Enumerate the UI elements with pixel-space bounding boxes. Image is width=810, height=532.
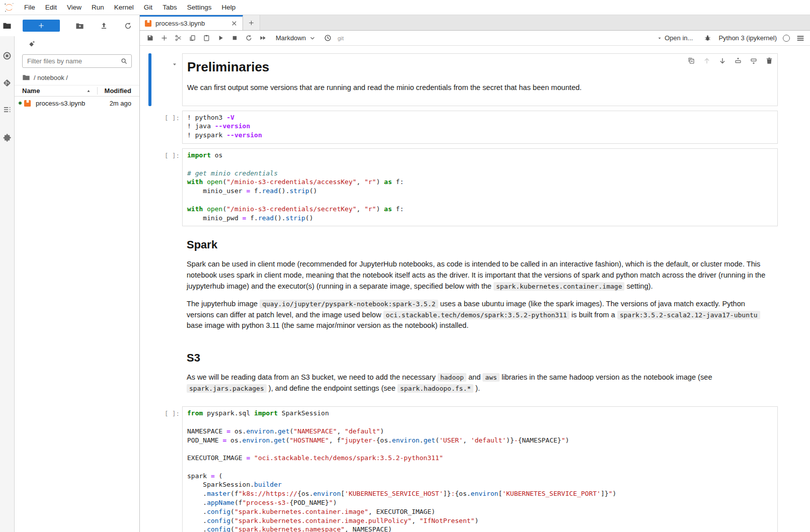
kernel-name[interactable]: Python 3 (ipykernel) xyxy=(718,34,777,42)
sidebar-icon-strip xyxy=(0,15,15,532)
stop-kernel-button[interactable] xyxy=(227,32,241,44)
code-line: .appName(f"process-s3-{POD_NAME}") xyxy=(187,499,775,508)
file-filter-input[interactable] xyxy=(22,54,132,68)
cell-content: PreliminariesWe can first output some ve… xyxy=(182,53,778,106)
cell-content: import os # get minio credentialswith op… xyxy=(182,148,778,226)
menu-settings[interactable]: Settings xyxy=(182,4,217,11)
upload-icon[interactable] xyxy=(100,22,108,30)
open-in-dropdown[interactable]: Open in... xyxy=(657,34,693,42)
save-button[interactable] xyxy=(143,32,157,44)
sidebar-tab-extensions[interactable] xyxy=(0,127,15,148)
copy-cell-button[interactable] xyxy=(185,32,199,44)
file-name: process-s3.ipynb xyxy=(36,100,97,107)
breadcrumb[interactable]: / notebook / xyxy=(22,73,132,81)
tab-bar: process-s3.ipynb xyxy=(140,15,810,31)
code-line: ! python3 -V xyxy=(187,114,775,123)
cell-toolbar xyxy=(686,56,774,66)
sidebar-tab-running-sessions[interactable] xyxy=(0,45,15,66)
move-cell-up-icon[interactable] xyxy=(703,57,711,65)
cell-collapser-icon[interactable] xyxy=(172,61,178,67)
kernel-status-icon xyxy=(783,35,790,42)
markdown-cell[interactable]: S3As we will be reading data from an S3 … xyxy=(148,344,778,402)
file-row[interactable]: process-s3.ipynb2m ago xyxy=(15,97,139,110)
code-editor[interactable]: ! python3 -V! java --version! pyspark --… xyxy=(182,111,778,144)
code-cell[interactable]: [ ]:import os # get minio credentialswit… xyxy=(148,148,778,226)
cell-gutter xyxy=(151,231,182,339)
markdown-cell[interactable]: SparkSpark can be used in client mode (r… xyxy=(148,231,778,339)
code-line: SparkSession.builder xyxy=(187,481,775,490)
column-header-modified[interactable]: Modified xyxy=(97,87,139,95)
insert-cell-below-icon[interactable] xyxy=(750,57,758,65)
cell-content: SparkSpark can be used in client mode (r… xyxy=(182,231,778,339)
file-modified: 2m ago xyxy=(97,100,139,107)
run-all-button[interactable] xyxy=(256,32,270,44)
code-line: ! java --version xyxy=(187,122,775,131)
history-icon[interactable] xyxy=(321,32,335,44)
menu-run[interactable]: Run xyxy=(87,4,109,11)
main-split: / notebook / Name Modified process-s3.ip… xyxy=(0,15,810,532)
markdown-rendered: PreliminariesWe can first output some ve… xyxy=(182,53,778,106)
copy-cell-icon xyxy=(189,34,196,42)
refresh-icon[interactable] xyxy=(124,22,132,30)
delete-cell-icon[interactable] xyxy=(765,57,773,65)
notebook-scroll-area[interactable]: PreliminariesWe can first output some ve… xyxy=(140,46,810,532)
files-icon xyxy=(3,21,12,30)
code-line: minio_pwd = f.read().strip() xyxy=(187,214,775,223)
new-tab-button[interactable] xyxy=(243,15,260,30)
md-paragraph: The jupyterhub image quay.io/jupyter/pys… xyxy=(187,299,770,331)
insert-cell-button[interactable] xyxy=(157,32,171,44)
run-cell-button[interactable] xyxy=(213,32,227,44)
menu-edit[interactable]: Edit xyxy=(40,4,62,11)
cell-type-dropdown[interactable]: Markdown xyxy=(276,34,315,42)
menu-tabs[interactable]: Tabs xyxy=(157,4,182,11)
move-cell-down-icon[interactable] xyxy=(718,57,726,65)
code-cell[interactable]: [ ]:! python3 -V! java --version! pyspar… xyxy=(148,111,778,144)
cut-cell-button[interactable] xyxy=(171,32,185,44)
close-icon[interactable] xyxy=(230,20,238,27)
menu-help[interactable]: Help xyxy=(216,4,240,11)
md-paragraph: Spark can be used in client mode (recomm… xyxy=(187,259,770,292)
restart-kernel-icon xyxy=(245,34,253,42)
menu-kernel[interactable]: Kernel xyxy=(109,4,139,11)
tab-process-s3[interactable]: process-s3.ipynb xyxy=(140,15,243,30)
cell-gutter: [ ]: xyxy=(151,406,182,532)
code-cell[interactable]: [ ]:from pyspark.sql import SparkSession… xyxy=(148,406,778,532)
hamburger-menu-icon[interactable] xyxy=(796,34,805,43)
duplicate-cell-icon[interactable] xyxy=(687,57,695,65)
new-folder-icon[interactable] xyxy=(75,22,84,30)
cell-content: ! python3 -V! java --version! pyspark --… xyxy=(182,111,778,144)
sidebar-tab-files[interactable] xyxy=(0,15,15,36)
code-line: .config("spark.kubernetes.namespace", NA… xyxy=(187,525,775,532)
insert-cell-above-icon[interactable] xyxy=(734,57,742,65)
code-line: with open("/minio-s3-credentials/secretK… xyxy=(187,205,775,214)
cell-gutter: [ ]: xyxy=(151,111,182,144)
code-line xyxy=(187,445,775,454)
notebook-toolbar-right: Open in... Python 3 (ipykernel) xyxy=(657,34,805,43)
code-editor[interactable]: import os # get minio credentialswith op… xyxy=(182,148,778,226)
sort-ascending-icon xyxy=(86,88,91,94)
cell-gutter xyxy=(151,53,182,106)
sidebar-tab-table-of-contents[interactable] xyxy=(0,99,15,120)
debugger-icon[interactable] xyxy=(704,34,711,42)
notebook-cells: PreliminariesWe can first output some ve… xyxy=(148,53,778,532)
jupyterhub-logo-icon xyxy=(3,2,15,14)
git-clone-icon[interactable] xyxy=(28,40,36,48)
code-editor[interactable]: from pyspark.sql import SparkSession NAM… xyxy=(182,406,778,532)
file-list: process-s3.ipynb2m ago xyxy=(15,97,139,110)
menu-git[interactable]: Git xyxy=(139,4,157,11)
paste-cell-button[interactable] xyxy=(199,32,213,44)
code-line: .master(f"k8s://https://{os.environ['KUB… xyxy=(187,490,775,499)
markdown-cell[interactable]: PreliminariesWe can first output some ve… xyxy=(148,53,778,106)
column-header-name[interactable]: Name xyxy=(15,87,97,95)
code-line xyxy=(187,160,775,169)
sidebar-tab-git[interactable] xyxy=(0,72,15,94)
markdown-rendered: SparkSpark can be used in client mode (r… xyxy=(182,231,778,339)
notebook-file-icon xyxy=(144,20,152,27)
restart-kernel-button[interactable] xyxy=(241,32,256,44)
menu-view[interactable]: View xyxy=(62,4,87,11)
new-launcher-button[interactable] xyxy=(23,20,60,32)
menu-file[interactable]: File xyxy=(19,4,40,11)
folder-icon xyxy=(22,73,30,81)
file-filter xyxy=(22,54,132,68)
breadcrumb-path: / notebook / xyxy=(34,74,68,81)
